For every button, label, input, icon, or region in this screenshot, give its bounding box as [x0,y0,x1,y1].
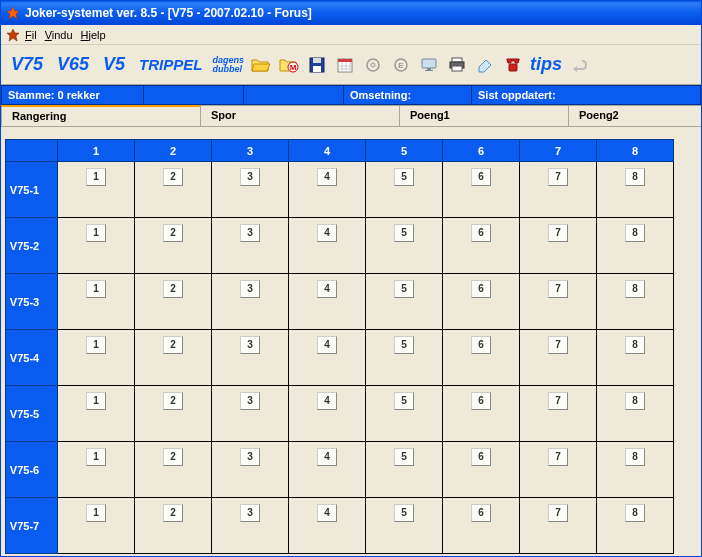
row-header[interactable]: V75-3P [6,274,58,330]
horse-button[interactable]: 3 [240,448,260,466]
dagens-dubbel-button[interactable]: dagensdubbel [212,56,244,74]
horse-button[interactable]: 6 [471,224,491,242]
eraser-icon[interactable] [474,54,496,76]
grid-cell[interactable]: 4 [289,386,366,442]
circle-target-icon[interactable] [362,54,384,76]
grid-cell[interactable]: 8 [597,498,674,554]
folder-open-icon[interactable] [250,54,272,76]
horse-button[interactable]: 4 [317,448,337,466]
row-header[interactable]: V75-6P [6,442,58,498]
horse-button[interactable]: 5 [394,224,414,242]
grid-cell[interactable]: 2 [135,442,212,498]
grid-cell[interactable]: 6 [443,386,520,442]
grid-cell[interactable]: 2 [135,498,212,554]
horse-button[interactable]: 4 [317,504,337,522]
col-header[interactable]: 7 [520,140,597,162]
horse-button[interactable]: 6 [471,168,491,186]
v65-button[interactable]: V65 [53,54,93,75]
row-header[interactable]: V75-1P [6,162,58,218]
grid-cell[interactable]: 2 [135,162,212,218]
tab-spor[interactable]: Spor [200,105,400,126]
grid-cell[interactable]: 1 [58,386,135,442]
undo-icon[interactable] [568,54,590,76]
menu-vindu[interactable]: Vindu [45,29,73,41]
horse-button[interactable]: 7 [548,224,568,242]
grid-cell[interactable]: 3 [212,442,289,498]
col-header[interactable]: 4 [289,140,366,162]
grid-cell[interactable]: 6 [443,498,520,554]
grid-cell[interactable]: 2 [135,218,212,274]
grid-cell[interactable]: 7 [520,274,597,330]
grid-cell[interactable]: 5 [366,330,443,386]
horse-button[interactable]: 1 [86,504,106,522]
calendar-icon[interactable] [334,54,356,76]
col-header[interactable]: 3 [212,140,289,162]
col-header[interactable]: 6 [443,140,520,162]
grid-cell[interactable]: 8 [597,442,674,498]
grid-cell[interactable]: 8 [597,386,674,442]
tab-poeng1[interactable]: Poeng1 [399,105,569,126]
grid-cell[interactable]: 7 [520,498,597,554]
menu-hjelp[interactable]: Hjelp [81,29,106,41]
horse-button[interactable]: 5 [394,392,414,410]
grid-cell[interactable]: 4 [289,330,366,386]
grid-cell[interactable]: 4 [289,498,366,554]
horse-button[interactable]: 3 [240,336,260,354]
horse-button[interactable]: 1 [86,336,106,354]
horse-button[interactable]: 8 [625,392,645,410]
grid-cell[interactable]: 1 [58,274,135,330]
print-icon[interactable] [446,54,468,76]
horse-button[interactable]: 1 [86,280,106,298]
grid-cell[interactable]: 8 [597,330,674,386]
horse-button[interactable]: 2 [163,168,183,186]
open-marked-icon[interactable]: M [278,54,300,76]
horse-button[interactable]: 8 [625,168,645,186]
horse-button[interactable]: 5 [394,448,414,466]
horse-button[interactable]: 7 [548,336,568,354]
horse-button[interactable]: 4 [317,168,337,186]
horse-button[interactable]: 5 [394,504,414,522]
tab-rangering[interactable]: Rangering [1,105,201,126]
grid-cell[interactable]: 7 [520,162,597,218]
horse-button[interactable]: 4 [317,336,337,354]
horse-button[interactable]: 2 [163,224,183,242]
horse-button[interactable]: 6 [471,448,491,466]
grid-cell[interactable]: 5 [366,442,443,498]
horse-button[interactable]: 2 [163,280,183,298]
horse-button[interactable]: 4 [317,280,337,298]
grid-cell[interactable]: 8 [597,162,674,218]
row-header[interactable]: V75-2P [6,218,58,274]
horse-button[interactable]: 3 [240,224,260,242]
grid-cell[interactable]: 7 [520,218,597,274]
grid-cell[interactable]: 5 [366,274,443,330]
horse-button[interactable]: 6 [471,392,491,410]
horse-button[interactable]: 6 [471,280,491,298]
horse-button[interactable]: 8 [625,224,645,242]
grid-cell[interactable]: 3 [212,330,289,386]
monitor-icon[interactable] [418,54,440,76]
col-header[interactable]: 2 [135,140,212,162]
grid-cell[interactable]: 2 [135,274,212,330]
horse-button[interactable]: 2 [163,392,183,410]
grid-cell[interactable]: 6 [443,218,520,274]
horse-button[interactable]: 6 [471,504,491,522]
horse-button[interactable]: 4 [317,224,337,242]
horse-button[interactable]: 3 [240,392,260,410]
grid-cell[interactable]: 5 [366,162,443,218]
horse-button[interactable]: 5 [394,336,414,354]
horse-button[interactable]: 7 [548,168,568,186]
grid-cell[interactable]: 3 [212,162,289,218]
grid-cell[interactable]: 4 [289,274,366,330]
grid-cell[interactable]: 1 [58,162,135,218]
grid-cell[interactable]: 2 [135,386,212,442]
col-header[interactable]: 1 [58,140,135,162]
horse-button[interactable]: 7 [548,280,568,298]
grid-cell[interactable]: 4 [289,442,366,498]
grid-cell[interactable]: 3 [212,386,289,442]
horse-button[interactable]: 6 [471,336,491,354]
horse-button[interactable]: 1 [86,168,106,186]
grid-cell[interactable]: 5 [366,218,443,274]
v75-button[interactable]: V75 [7,54,47,75]
grid-cell[interactable]: 5 [366,498,443,554]
horse-button[interactable]: 3 [240,168,260,186]
